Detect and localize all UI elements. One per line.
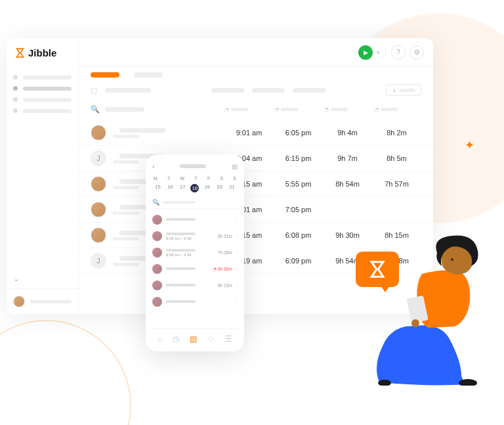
hourglass-logo-icon xyxy=(14,47,26,58)
hourglass-logo-icon xyxy=(368,259,387,279)
table-row[interactable]: 9:01 am6:05 pm9h 4m8h 2m xyxy=(79,120,433,146)
topbar: ▶ ▾ ? ⚙ xyxy=(79,38,433,67)
list-item[interactable]: 8:58 am - 4:347h 35m› xyxy=(152,244,238,261)
avatar xyxy=(152,280,162,290)
date-cell[interactable]: 19 xyxy=(203,184,211,192)
date-cell[interactable]: 21 xyxy=(228,184,236,192)
cell: 8h 2m xyxy=(372,129,421,137)
shield-icon[interactable]: ♢ xyxy=(207,334,215,344)
date-cell[interactable]: 17 xyxy=(178,184,187,192)
cell: 9:01 am xyxy=(224,129,274,137)
avatar xyxy=(152,297,162,307)
mobile-bottom-nav: ⌂ ◷ ▤ ♢ ☰ xyxy=(152,328,238,344)
column-header: ◔ xyxy=(374,106,421,112)
tab-active[interactable] xyxy=(91,72,119,78)
timer-icon[interactable]: ◷ xyxy=(173,334,179,344)
avatar xyxy=(91,202,106,217)
table-row[interactable]: 8:01 am7:05 pm xyxy=(79,197,433,223)
speech-bubble xyxy=(356,252,399,287)
sidebar-item[interactable] xyxy=(13,94,72,105)
table-row[interactable]: 9:15 am5:55 pm8h 54m7h 57m xyxy=(79,171,433,197)
cell xyxy=(372,206,421,213)
cell: 6:15 pm xyxy=(274,154,323,162)
list-item[interactable]: 8h 13m› xyxy=(152,277,238,294)
cell: 6:08 pm xyxy=(274,231,323,239)
export-button[interactable]: ⇣ xyxy=(386,84,421,96)
cell xyxy=(323,206,372,213)
avatar xyxy=(91,125,106,141)
notifications-button[interactable]: ⚙ xyxy=(410,45,424,60)
logo[interactable]: Jibble xyxy=(7,38,78,72)
cell: 7:05 pm xyxy=(274,206,323,213)
column-header: ◔ xyxy=(324,106,371,112)
avatar xyxy=(91,227,106,243)
tab[interactable] xyxy=(134,72,163,78)
timesheets-icon[interactable]: ▤ xyxy=(190,334,197,344)
decorative-plus-icon: ✦ xyxy=(465,138,474,152)
date-picker: 15161718192021 xyxy=(152,183,238,196)
date-cell[interactable]: 15 xyxy=(154,184,162,192)
cell: 5:55 pm xyxy=(274,180,323,188)
tab-bar xyxy=(79,67,433,78)
filter-bar: ▢ ⇣ xyxy=(79,78,433,102)
svg-point-4 xyxy=(452,258,453,261)
avatar xyxy=(152,231,162,241)
back-button[interactable]: ‹ xyxy=(152,162,155,170)
table-row[interactable]: J9:04 am6:15 pm9h 7m8h 5m xyxy=(79,146,433,171)
date-cell[interactable]: 16 xyxy=(166,184,175,192)
mobile-title xyxy=(180,164,206,168)
dropdown-caret-icon[interactable]: ▾ xyxy=(377,49,380,56)
list-item[interactable]: › xyxy=(152,294,238,310)
avatar xyxy=(13,296,25,307)
avatar: J xyxy=(91,253,106,269)
calendar-icon[interactable]: ▢ xyxy=(91,86,97,95)
weekday-labels: MTWTFSS xyxy=(152,174,238,183)
home-icon[interactable]: ⌂ xyxy=(158,334,162,344)
search-icon[interactable]: 🔍 xyxy=(91,105,100,114)
cell: 7h 57m xyxy=(372,180,421,188)
column-header: ◔ xyxy=(274,106,322,112)
menu-icon[interactable]: ☰ xyxy=(225,334,232,344)
current-user[interactable] xyxy=(7,288,78,314)
avatar xyxy=(91,176,106,192)
cell: 9h 7m xyxy=(323,154,372,162)
cell: 6:05 pm xyxy=(274,129,323,137)
search-bar: 🔍 ◔ ◔ ◔ ◔ xyxy=(79,102,433,120)
avatar xyxy=(152,215,162,225)
clock-in-button[interactable]: ▶ xyxy=(358,45,373,60)
mobile-list: ›8:08 am - 6:388h 31m›8:58 am - 4:347h 3… xyxy=(152,212,238,326)
avatar: J xyxy=(91,150,106,166)
calendar-icon[interactable]: ▦ xyxy=(232,163,238,170)
list-item[interactable]: › xyxy=(152,212,238,228)
svg-point-3 xyxy=(411,319,419,327)
mobile-app-preview: ‹ ▦ MTWTFSS 15161718192021 🔍 ›8:08 am - … xyxy=(146,154,244,351)
avatar xyxy=(152,264,162,274)
logo-text: Jibble xyxy=(28,47,56,58)
cell: 9h 4m xyxy=(323,129,372,137)
cell: 9h 30m xyxy=(323,231,372,239)
sidebar-collapse-toggle[interactable]: ⌄ xyxy=(7,269,78,288)
sidebar-item[interactable] xyxy=(13,105,72,116)
mobile-search[interactable]: 🔍 xyxy=(152,196,238,209)
help-button[interactable]: ? xyxy=(391,45,406,60)
sidebar: Jibble ⌄ xyxy=(7,38,79,314)
cell: 8h 54m xyxy=(323,180,372,188)
sidebar-item[interactable] xyxy=(13,72,72,83)
list-item[interactable]: ◔ 8h 30m› xyxy=(152,261,238,277)
cell: 6:09 pm xyxy=(274,257,323,265)
column-header: ◔ xyxy=(224,106,272,112)
cell: 8h 5m xyxy=(372,154,421,162)
avatar xyxy=(152,248,162,257)
list-item[interactable]: 8:08 am - 6:388h 31m› xyxy=(152,228,238,244)
sidebar-item[interactable] xyxy=(13,83,72,94)
date-cell[interactable]: 18 xyxy=(190,184,199,192)
date-cell[interactable]: 20 xyxy=(215,184,224,192)
